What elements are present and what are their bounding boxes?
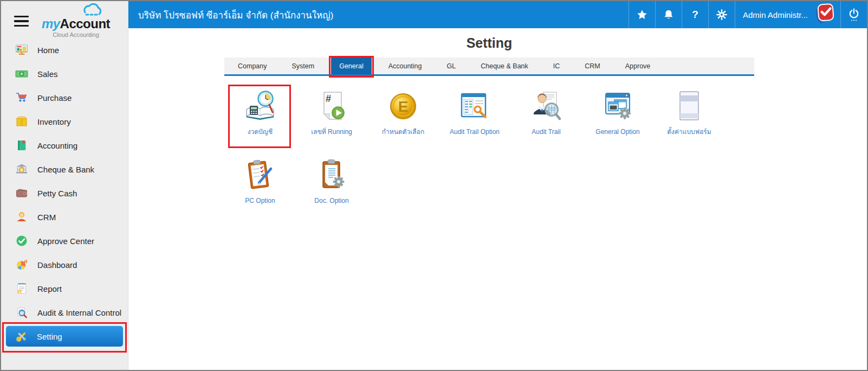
grid-item-accounting-period[interactable]: งวดบัญชี (224, 87, 296, 149)
sidebar-item-label: Report (37, 284, 62, 293)
brand-tagline: Cloud Accounting (33, 31, 119, 38)
grid-item-label: กำหนดตัวเลือก (382, 129, 424, 136)
sidebar-item-cheque-bank[interactable]: $ Cheque & Bank (1, 157, 128, 181)
sales-banknote-icon (15, 67, 28, 80)
help-icon[interactable]: ? (682, 1, 708, 28)
sidebar-menu: Home Sales Purchase Inventory Accounting… (1, 38, 128, 348)
tab-label: Approve (625, 62, 651, 70)
approve-check-icon (15, 234, 28, 247)
grid-item-label: Audit Trail Option (450, 129, 500, 136)
tab-approve[interactable]: Approve (617, 57, 659, 74)
tab-label: Cheque & Bank (481, 62, 528, 70)
page-title: Setting (224, 28, 754, 57)
pc-option-icon (243, 158, 277, 193)
tab-label: General (339, 62, 363, 70)
brand-prefix: my (42, 16, 60, 31)
favorite-star-icon[interactable] (629, 1, 655, 28)
tab-ic[interactable]: IC (545, 57, 568, 74)
bank-icon: $ (15, 163, 28, 176)
option-coin-icon: E (386, 89, 420, 124)
brand-suffix: Account (60, 16, 111, 31)
purchase-cart-icon (15, 91, 28, 104)
sidebar-item-purchase[interactable]: Purchase (1, 86, 128, 110)
accounting-period-book-icon (243, 89, 277, 124)
doc-option-icon (314, 158, 349, 193)
grid-item-label: General Option (595, 129, 639, 136)
sidebar-item-crm[interactable]: CRM (1, 205, 128, 229)
sidebar-item-label: Petty Cash (37, 189, 77, 198)
cloud-icon (64, 3, 119, 17)
notification-bell-icon[interactable] (655, 1, 682, 28)
sidebar-item-petty-cash[interactable]: Petty Cash (1, 181, 128, 205)
sidebar-item-label: Inventory (37, 117, 71, 126)
sidebar-item-label: Approve Center (37, 236, 94, 246)
tab-system[interactable]: System (284, 57, 323, 74)
tab-label: Accounting (388, 62, 422, 70)
sidebar-item-label: Accounting (37, 141, 77, 150)
sidebar-item-label: Audit & Internal Control (37, 308, 121, 317)
company-title: บริษัท โปรซอฟท์ ซีอาร์เอ็ม จำกัด (สำนักง… (128, 1, 629, 28)
sidebar-setting-active-button[interactable]: Setting (6, 326, 123, 347)
grid-item-label: งวดบัญชี (248, 129, 273, 136)
tab-cheque-bank[interactable]: Cheque & Bank (472, 57, 536, 74)
user-avatar (813, 2, 836, 28)
grid-item-audit-trail-option[interactable]: Audit Trail Option (439, 87, 510, 149)
hamburger-menu-icon[interactable] (14, 16, 29, 27)
sidebar-item-label: Dashboard (37, 260, 77, 270)
sidebar-item-report[interactable]: $ Report (1, 277, 128, 300)
grid-item-general-option[interactable]: General Option (582, 87, 653, 149)
form-template-icon (672, 89, 707, 124)
brand-name: myAccount (33, 17, 119, 30)
grid-item-label: Audit Trail (532, 129, 560, 136)
tab-label: CRM (585, 62, 600, 70)
wallet-icon (15, 187, 28, 200)
sidebar-item-dashboard[interactable]: Dashboard (1, 253, 128, 277)
sidebar-item-inventory[interactable]: Inventory (1, 110, 128, 133)
help-glyph: ? (692, 9, 698, 21)
audit-trail-option-icon (457, 89, 492, 124)
grid-item-pc-option[interactable]: PC Option (224, 156, 296, 218)
sidebar-item-sales[interactable]: Sales (1, 62, 128, 86)
sidebar-item-label: Cheque & Bank (37, 165, 94, 174)
home-monitor-icon (15, 43, 28, 56)
tab-accounting[interactable]: Accounting (380, 57, 430, 74)
sidebar-item-accounting[interactable]: Accounting (1, 133, 128, 157)
grid-item-define-options[interactable]: E กำหนดตัวเลือก (367, 87, 439, 149)
sidebar-item-home[interactable]: Home (1, 38, 128, 62)
general-option-icon (600, 89, 635, 124)
grid-item-doc-option[interactable]: Doc. Option (296, 156, 367, 218)
dollar-glyph: $ (21, 168, 23, 172)
tab-label: System (292, 62, 315, 70)
tab-label: Company (238, 62, 267, 70)
inventory-box-icon (15, 115, 28, 128)
user-menu[interactable]: Admin Administr... (735, 1, 840, 28)
tab-gl[interactable]: GL (439, 57, 464, 74)
tools-icon (15, 330, 28, 343)
accounting-book-icon (15, 139, 28, 152)
tab-label: GL (447, 62, 456, 70)
sidebar-item-label: Purchase (37, 93, 72, 103)
user-name: Admin Administr... (743, 10, 808, 20)
tab-general[interactable]: General (331, 57, 371, 74)
tab-company[interactable]: Company (230, 57, 275, 74)
pie-chart-icon (15, 258, 28, 271)
tab-crm[interactable]: CRM (576, 57, 608, 74)
audit-magnifier-icon (15, 306, 28, 319)
sidebar-item-audit-internal-control[interactable]: Audit & Internal Control (1, 300, 128, 324)
grid-item-audit-trail[interactable]: Audit Trail (510, 87, 582, 149)
sidebar-item-setting[interactable]: Setting (1, 324, 128, 348)
grid-item-running-number[interactable]: # เลขที่ Running (296, 87, 367, 149)
grid-item-label: ตั้งค่าแบบฟอร์ม (667, 129, 711, 136)
settings-gear-icon[interactable] (708, 1, 735, 28)
running-number-icon: # (314, 89, 349, 124)
sidebar-item-label: Setting (37, 332, 62, 341)
sidebar: myAccount Cloud Accounting Home Sales Pu… (1, 1, 128, 370)
power-logout-icon[interactable] (840, 1, 867, 28)
grid-item-label: เลขที่ Running (311, 129, 352, 136)
sidebar-item-approve-center[interactable]: Approve Center (1, 229, 128, 253)
report-document-icon: $ (15, 282, 28, 295)
person-icon (15, 210, 28, 223)
tab-label: IC (553, 62, 560, 70)
grid-item-form-settings[interactable]: ตั้งค่าแบบฟอร์ม (653, 87, 725, 149)
app-window: myAccount Cloud Accounting Home Sales Pu… (0, 0, 868, 371)
